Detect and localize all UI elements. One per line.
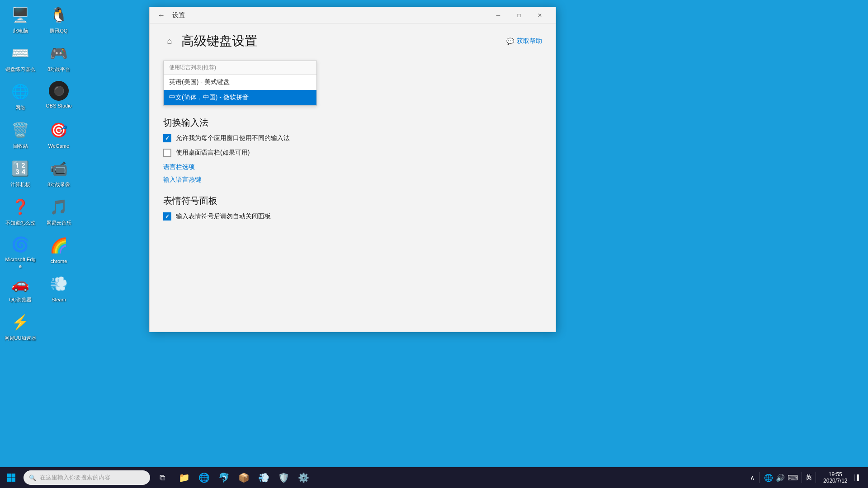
- taskview-button[interactable]: ⧉: [153, 468, 172, 487]
- language-section: 使用语言列表(推荐) 英语(美国) - 美式键盘 中文(简体，中国) - 微软拼…: [163, 61, 542, 106]
- svg-rect-1: [12, 474, 16, 478]
- desktop-icon-steam[interactable]: 💨 Steam: [41, 271, 77, 310]
- svg-rect-2: [7, 478, 11, 482]
- checkmark-3: ✓: [165, 213, 170, 220]
- desktop-icon-calc[interactable]: 🔢 计算机板: [2, 156, 38, 194]
- computer-icon: 🖥️: [9, 4, 31, 26]
- page-header: ⌂ 高级键盘设置 💬 获取帮助: [163, 33, 542, 50]
- chevron-up-icon[interactable]: ∧: [750, 474, 755, 481]
- help-text: 获取帮助: [517, 37, 542, 45]
- desktop-icon-obs[interactable]: ⚫ OBS Studio: [41, 79, 77, 117]
- show-desktop-button[interactable]: ▌: [854, 474, 863, 481]
- close-button[interactable]: ✕: [529, 7, 550, 23]
- home-icon[interactable]: ⌂: [163, 35, 176, 47]
- netease-uu-label: 网易UU加速器: [5, 335, 37, 341]
- desktop-icon-chrome[interactable]: 🌈 chrome: [41, 233, 77, 271]
- language-bar-options-link[interactable]: 语言栏选项: [163, 163, 542, 171]
- network-tray-icon[interactable]: 🌐: [764, 474, 773, 482]
- help-link[interactable]: 💬 获取帮助: [506, 37, 542, 45]
- edge-label: Microsoft Edge: [4, 256, 37, 269]
- taskbar-browser[interactable]: 🌐: [194, 468, 213, 487]
- edge-icon: 🌀: [9, 235, 31, 254]
- section-emoji: 表情符号面板: [163, 195, 542, 207]
- desktop: 🖥️ 此电脑 🐧 腾讯QQ ⌨️ 键盘练习器么 🎮 8对战平台 🌐 网络 ⚫ O…: [0, 0, 868, 488]
- unknown-icon: ❓: [9, 196, 31, 218]
- qqdriver-icon: 🚗: [9, 273, 31, 295]
- desktop-icon-qqdriver[interactable]: 🚗 QQ浏览器: [2, 271, 38, 310]
- window-titlebar: ← 设置 ─ □ ✕: [150, 7, 556, 23]
- desktop-icon-wegame[interactable]: 🎯 WeGame: [41, 117, 77, 156]
- obs-icon: ⚫: [49, 81, 69, 101]
- desktop-icon-edge[interactable]: 🌀 Microsoft Edge: [2, 233, 38, 271]
- desktop-icon-network[interactable]: 🌐 网络: [2, 79, 38, 117]
- battle-label: 8对战平台: [47, 66, 70, 72]
- netease-music-label: 网易云音乐: [47, 220, 71, 226]
- settings-content: ⌂ 高级键盘设置 💬 获取帮助 使用语言列表(推荐) 英语(美国) - 美式键盘…: [150, 23, 556, 332]
- section-switch-input: 切换输入法: [163, 117, 542, 129]
- back-button[interactable]: ←: [155, 9, 168, 22]
- taskbar-app1[interactable]: 🐬: [214, 468, 233, 487]
- app1-icon: 🐬: [218, 472, 230, 483]
- desktop-icon-battle[interactable]: 🎮 8对战平台: [41, 41, 77, 79]
- svg-rect-0: [7, 474, 11, 478]
- start-button[interactable]: [2, 468, 21, 487]
- checkmark-1: ✓: [165, 135, 170, 141]
- search-placeholder: 在这里输入你要搜索的内容: [40, 474, 110, 482]
- taskbar-steam[interactable]: 💨: [254, 468, 273, 487]
- taskbar-pinned-icons: 📁 🌐 🐬 📦 💨 🛡️ ⚙️: [175, 468, 313, 487]
- battle-video-label: 8对战录像: [47, 181, 70, 188]
- desktop-icon-battle-video[interactable]: 📹 8对战录像: [41, 156, 77, 194]
- input-language-hotkey-link[interactable]: 输入语言热键: [163, 176, 542, 184]
- desktop-icon-computer[interactable]: 🖥️ 此电脑: [2, 2, 38, 41]
- lang-indicator[interactable]: 英: [806, 474, 812, 482]
- file-explorer-icon: 📁: [179, 472, 190, 483]
- browser-icon: 🌐: [198, 472, 210, 483]
- checkbox-label-3: 输入表情符号后请勿自动关闭面板: [176, 212, 271, 221]
- page-title: 高级键盘设置: [181, 33, 257, 50]
- desktop-icon-netease-music[interactable]: 🎵 网易云音乐: [41, 194, 77, 233]
- taskbar-file-explorer[interactable]: 📁: [175, 468, 193, 487]
- volume-icon[interactable]: 🔊: [776, 474, 785, 482]
- desktop-icon-netease-uu[interactable]: ⚡ 网易UU加速器: [2, 310, 38, 348]
- recycle-label: 回收站: [13, 143, 28, 149]
- netease-uu-icon: ⚡: [9, 311, 31, 333]
- desktop-icon-recycle[interactable]: 🗑️ 回收站: [2, 117, 38, 156]
- taskbar-divider: [759, 472, 760, 483]
- maximize-button[interactable]: □: [509, 7, 529, 23]
- input-method-icon[interactable]: ⌨: [788, 474, 798, 482]
- checkbox-1[interactable]: ✓: [163, 134, 171, 142]
- calc-icon: 🔢: [9, 158, 31, 179]
- checkbox-2[interactable]: [163, 149, 171, 157]
- settings-window: ← 设置 ─ □ ✕ ⌂ 高级键盘设置 💬 获取帮助 使用语: [149, 7, 556, 332]
- qq-label: 腾讯QQ: [50, 28, 67, 34]
- desktop-icons-area: 🖥️ 此电脑 🐧 腾讯QQ ⌨️ 键盘练习器么 🎮 8对战平台 🌐 网络 ⚫ O…: [2, 2, 79, 386]
- steam-icon: 💨: [48, 273, 70, 295]
- taskbar-app2[interactable]: 📦: [234, 468, 253, 487]
- taskbar-clock[interactable]: 19:55 2020/7/12: [820, 471, 851, 484]
- windows-logo-icon: [7, 473, 16, 482]
- desktop-icon-qq[interactable]: 🐧 腾讯QQ: [41, 2, 77, 41]
- language-item-zh[interactable]: 中文(简体，中国) - 微软拼音: [164, 90, 316, 105]
- minimize-button[interactable]: ─: [488, 7, 509, 23]
- taskbar-right: ∧ 🌐 🔊 ⌨ 英 19:55 2020/7/12 ▌: [750, 471, 866, 484]
- language-list-header: 使用语言列表(推荐): [164, 61, 316, 75]
- battle-icon: 🎮: [48, 42, 70, 64]
- help-icon: 💬: [506, 38, 514, 45]
- settings-gear-icon: ⚙️: [298, 472, 309, 483]
- checkbox-3[interactable]: ✓: [163, 212, 171, 221]
- checkbox-item-1: ✓ 允许我为每个应用窗口使用不同的输入法: [163, 134, 542, 142]
- taskbar-settings[interactable]: ⚙️: [294, 468, 313, 487]
- taskbar-search-bar[interactable]: 🔍 在这里输入你要搜索的内容: [24, 470, 150, 485]
- desktop-icon-unknown[interactable]: ❓ 不知道怎么改: [2, 194, 38, 233]
- taskbar-divider3: [816, 472, 816, 483]
- language-item-en[interactable]: 英语(美国) - 美式键盘: [164, 75, 316, 90]
- clock-date: 2020/7/12: [823, 478, 847, 484]
- steam-taskbar-icon: 💨: [258, 472, 269, 483]
- obs-label: OBS Studio: [46, 103, 71, 109]
- checkbox-item-2: 使用桌面语言栏(如果可用): [163, 149, 542, 157]
- taskbar-app3[interactable]: 🛡️: [274, 468, 293, 487]
- desktop-icon-keyboard[interactable]: ⌨️ 键盘练习器么: [2, 41, 38, 79]
- qqdriver-label: QQ浏览器: [9, 296, 32, 303]
- systray-icons: ∧ 🌐 🔊 ⌨: [750, 472, 798, 483]
- checkbox-item-3: ✓ 输入表情符号后请勿自动关闭面板: [163, 212, 542, 221]
